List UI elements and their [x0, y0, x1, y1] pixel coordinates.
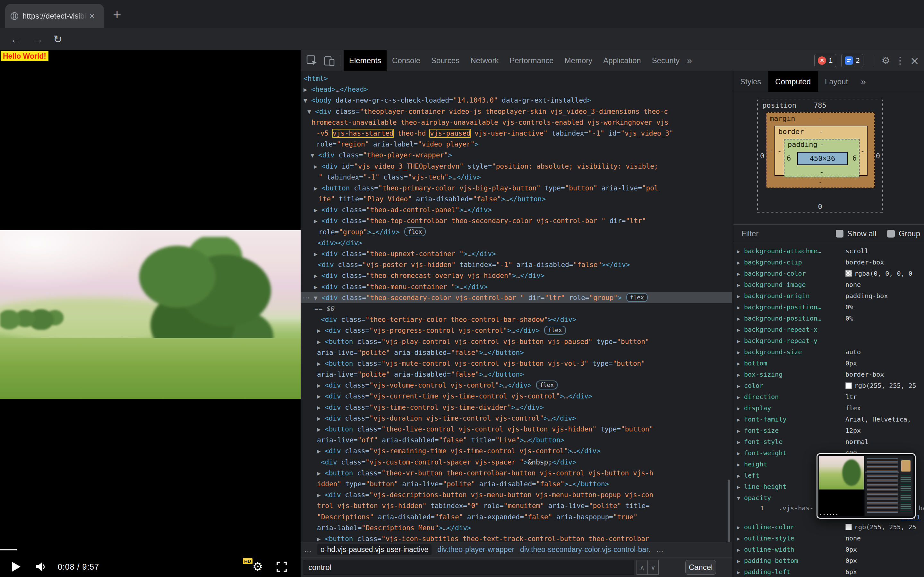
browser-tab[interactable]: https://detect-visibility-default ×	[5, 4, 104, 28]
property-expand-icon[interactable]: ▶	[737, 403, 740, 414]
expand-arrow-icon[interactable]: ▶	[317, 358, 325, 369]
expand-arrow-icon[interactable]: ▶	[304, 84, 311, 95]
dom-tree-node[interactable]: ▶<button class="vjs-mute-control vjs-con…	[301, 358, 732, 369]
dom-tree-node[interactable]: ▶<div class="theo-ad-control-panel">…</d…	[301, 205, 732, 215]
property-expand-icon[interactable]: ▶	[737, 448, 740, 459]
dom-tree-node[interactable]: aria-live="off" aria-disabled="false" ti…	[301, 435, 732, 446]
dom-tree-node[interactable]: ▶<div class="theo-upnext-container ">…</…	[301, 248, 732, 259]
tab-network[interactable]: Network	[465, 50, 504, 71]
dom-tree-node[interactable]: ▶<div class="theo-top-controlbar theo-se…	[301, 215, 732, 226]
computed-property-row[interactable]: ▶outline-colorrgb(255, 255, 25	[733, 522, 924, 533]
property-expand-icon[interactable]: ▶	[737, 459, 740, 470]
dom-tree-node[interactable]: ▶<div class="vjs-volume-control vjs-cont…	[301, 380, 732, 391]
property-expand-icon[interactable]: ▶	[737, 425, 740, 437]
property-expand-icon[interactable]: ▼	[737, 493, 740, 504]
breadcrumb-item[interactable]: …	[656, 545, 664, 554]
match-previous-icon[interactable]: ∧	[636, 560, 648, 575]
console-message-badge[interactable]: 2	[841, 54, 863, 67]
dom-tree-node[interactable]: ▶<div class="vjs-progress-control vjs-co…	[301, 325, 732, 336]
sidebar-tab-computed[interactable]: Computed	[768, 71, 818, 92]
computed-property-row[interactable]: ▶bottom0px	[733, 358, 924, 369]
expand-arrow-icon[interactable]: ▶	[317, 534, 325, 542]
volume-icon[interactable]	[35, 562, 47, 572]
dom-tree-node[interactable]: ⋯▼<div class="theo-secondary-color vjs-c…	[301, 292, 732, 303]
tab-performance[interactable]: Performance	[504, 50, 559, 71]
expand-arrow-icon[interactable]: ▶	[314, 183, 321, 194]
computed-property-row[interactable]: ▶padding-left6px	[733, 566, 924, 577]
computed-property-row[interactable]: ▶background-position…0%	[733, 301, 924, 313]
computed-property-row[interactable]: ▶font-stylenormal	[733, 436, 924, 448]
dom-tree-node[interactable]: ▶<button class="vjs-play-control vjs-con…	[301, 336, 732, 347]
dom-tree-node[interactable]: trol vjs-button vjs-hidden" tabindex="0"…	[301, 500, 732, 511]
property-expand-icon[interactable]: ▶	[737, 522, 740, 533]
error-badge[interactable]: ✕ 1	[814, 54, 836, 67]
computed-property-row[interactable]: ▶background-sizeauto	[733, 347, 924, 358]
expand-arrow-icon[interactable]: ▼	[307, 106, 315, 117]
expand-arrow-icon[interactable]: ▶	[317, 380, 325, 391]
screen-share-pip[interactable]	[817, 453, 916, 519]
dom-tree-node[interactable]: ▶<div class="theo-menu-container ">…</di…	[301, 282, 732, 292]
devtools-menu-icon[interactable]: ⋮	[895, 55, 905, 66]
settings-gear-icon[interactable]: ⚙ HD	[252, 559, 267, 574]
dom-tree-node[interactable]: <div></div>	[301, 237, 732, 248]
property-expand-icon[interactable]: ▶	[737, 313, 740, 324]
dom-tree-node[interactable]: aria-label="Descriptions Menu">…</div>	[301, 522, 732, 533]
inspect-element-icon[interactable]	[305, 55, 318, 66]
flex-badge[interactable]: flex	[536, 380, 557, 390]
boxmodel-padding[interactable]: padding - 6 6 - 450×36	[784, 139, 859, 177]
computed-property-row[interactable]: ▶background-repeat-x	[733, 324, 924, 335]
dom-tree-node[interactable]: ▶<div class="vjs-time-control vjs-time-d…	[301, 402, 732, 413]
boxmodel-position[interactable]: position 785 0 0 0 margin - - - - border…	[757, 99, 883, 213]
expand-arrow-icon[interactable]: ▶	[317, 446, 325, 457]
play-icon[interactable]	[12, 562, 21, 572]
search-input[interactable]: control	[304, 560, 634, 575]
flex-badge[interactable]: flex	[626, 293, 648, 302]
dom-tree-node[interactable]: ▶<button class="theo-vr-button theo-cont…	[301, 468, 732, 479]
cancel-button[interactable]: Cancel	[685, 560, 716, 575]
expand-arrow-icon[interactable]: ▶	[314, 216, 321, 227]
boxmodel-content[interactable]: 450×36	[797, 152, 848, 165]
match-next-icon[interactable]: ∨	[648, 560, 659, 575]
property-expand-icon[interactable]: ▶	[737, 324, 740, 335]
dom-tree-node[interactable]: aria-live="polite" aria-disabled="false"…	[301, 347, 732, 358]
dom-tree-node[interactable]: hromecast-unavailable theo-airplay-unava…	[301, 117, 732, 128]
dom-tree-node[interactable]: <div class="theo-tertiary-color theo-con…	[301, 314, 732, 325]
dom-tree-node[interactable]: <div class="vjs-poster vjs-hidden" tabin…	[301, 259, 732, 270]
expand-arrow-icon[interactable]: ▶	[314, 205, 321, 216]
video-progress-bar[interactable]	[0, 549, 17, 550]
dom-tree-node[interactable]: aria-live="polite" aria-disabled="false"…	[301, 369, 732, 380]
property-expand-icon[interactable]: ▶	[737, 567, 740, 577]
breadcrumb-item[interactable]: o-hd.vjs-paused.vjs-user-inactive	[317, 544, 431, 555]
property-expand-icon[interactable]: ▶	[737, 437, 740, 448]
tab-memory[interactable]: Memory	[559, 50, 598, 71]
dom-tree-node[interactable]: " tabindex="-1" class="vjs-tech">…</div>	[301, 172, 732, 183]
property-expand-icon[interactable]: ▶	[737, 380, 740, 392]
expand-arrow-icon[interactable]: ▶	[314, 282, 321, 293]
expand-arrow-icon[interactable]: ▶	[317, 490, 325, 501]
sidebar-more-tabs-icon[interactable]: »	[861, 77, 866, 87]
breadcrumb-item[interactable]: div.theo-secondary-color.vjs-control-bar…	[520, 545, 650, 554]
property-expand-icon[interactable]: ▶	[737, 335, 740, 347]
fullscreen-icon[interactable]	[276, 561, 287, 572]
tab-security[interactable]: Security	[646, 50, 685, 71]
expand-arrow-icon[interactable]: ▼	[304, 95, 311, 106]
computed-property-row[interactable]: ▶background-repeat-y	[733, 335, 924, 347]
property-expand-icon[interactable]: ▶	[737, 482, 740, 493]
expand-arrow-icon[interactable]: ▶	[314, 161, 321, 172]
property-expand-icon[interactable]: ▶	[737, 358, 740, 369]
property-expand-icon[interactable]: ▶	[737, 414, 740, 425]
tab-console[interactable]: Console	[387, 50, 426, 71]
dom-tree-node[interactable]: ▶<head>…</head>	[301, 84, 732, 95]
computed-property-row[interactable]: ▶outline-width0px	[733, 544, 924, 555]
dom-tree-node[interactable]: role="group">…</div>flex	[301, 227, 732, 237]
property-expand-icon[interactable]: ▶	[737, 291, 740, 302]
expand-arrow-icon[interactable]: ▶	[317, 468, 325, 479]
computed-property-row[interactable]: ▶background-clipborder-box	[733, 257, 924, 268]
flex-badge[interactable]: flex	[404, 227, 426, 236]
sidebar-tab-layout[interactable]: Layout	[818, 71, 855, 92]
property-expand-icon[interactable]: ▶	[737, 257, 740, 268]
dom-tree-node[interactable]: == $0	[301, 303, 732, 314]
expand-arrow-icon[interactable]: ▼	[314, 293, 321, 303]
property-expand-icon[interactable]: ▶	[737, 268, 740, 279]
computed-property-row[interactable]: ▶box-sizingborder-box	[733, 369, 924, 380]
